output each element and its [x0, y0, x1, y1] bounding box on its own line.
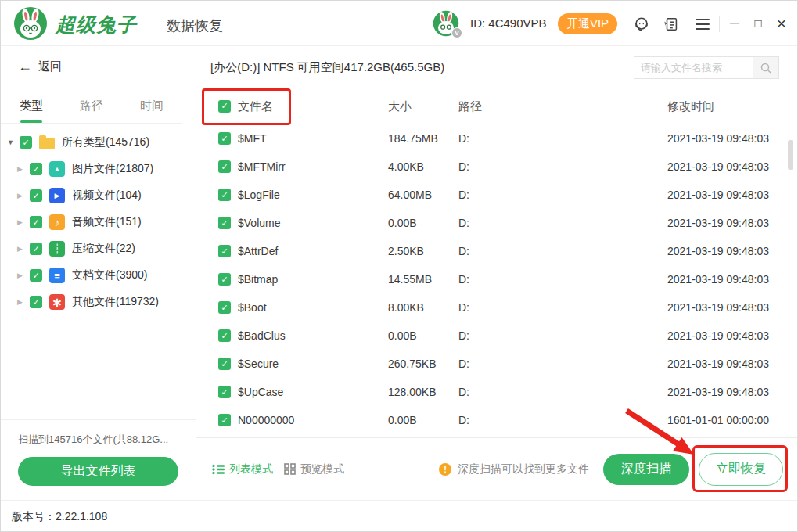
- filetype-icon: [49, 188, 65, 203]
- file-size: 184.75MB: [388, 132, 438, 145]
- tree-item[interactable]: ▶ 视频文件(104): [1, 182, 196, 209]
- list-mode-icon: [212, 464, 225, 475]
- column-header-filename[interactable]: 文件名: [238, 99, 273, 113]
- tree-checkbox[interactable]: [30, 269, 42, 282]
- tree-item[interactable]: ▶ 压缩文件(22): [1, 235, 196, 262]
- table-row[interactable]: $LogFile 64.00MB D: 2021-03-19 09:48:03: [196, 181, 798, 209]
- sidebar-tab[interactable]: 类型: [15, 88, 48, 123]
- search-button[interactable]: [753, 57, 778, 78]
- deep-scan-button[interactable]: 深度扫描: [603, 454, 689, 485]
- file-name: $BadClus: [238, 329, 286, 342]
- table-row[interactable]: $Volume 0.00B D: 2021-03-19 09:48:03: [196, 209, 798, 237]
- row-checkbox[interactable]: [218, 301, 231, 314]
- minimize-button[interactable]: ─: [724, 1, 745, 46]
- row-checkbox[interactable]: [218, 386, 231, 398]
- tree-checkbox[interactable]: [30, 163, 42, 175]
- recover-now-button[interactable]: 立即恢复: [699, 453, 783, 486]
- row-checkbox[interactable]: [218, 329, 231, 342]
- column-header-size[interactable]: 大小: [388, 99, 412, 113]
- file-path: D:: [458, 189, 469, 201]
- expander-icon[interactable]: ▼: [7, 138, 20, 146]
- file-modified-time: 2021-03-19 09:48:03: [667, 358, 769, 370]
- tree-item[interactable]: ▼ 所有类型(145716): [1, 129, 196, 156]
- table-row[interactable]: $BadClus 0.00B D: 2021-03-19 09:48:03: [196, 322, 798, 350]
- tree-item[interactable]: ▶ 图片文件(21807): [1, 156, 196, 182]
- user-avatar[interactable]: V: [433, 10, 461, 37]
- sidebar-tab[interactable]: 时间: [135, 88, 168, 123]
- tree-item[interactable]: ▶ 其他文件(119732): [1, 289, 196, 315]
- tree-item[interactable]: ▶ 音频文件(151): [1, 209, 196, 235]
- table-row[interactable]: N00000000 0.00B D: 1601-01-01 00:00:00: [196, 406, 798, 434]
- row-checkbox[interactable]: [218, 132, 231, 145]
- filetype-icon: [49, 268, 65, 283]
- version-label: 版本号：2.22.1.108: [12, 510, 107, 524]
- file-size: 0.00B: [388, 414, 417, 426]
- tree-checkbox[interactable]: [30, 189, 42, 202]
- table-row[interactable]: $UpCase 128.00KB D: 2021-03-19 09:48:03: [196, 378, 798, 406]
- row-checkbox[interactable]: [218, 245, 231, 257]
- customer-service-icon[interactable]: [631, 15, 652, 34]
- row-checkbox[interactable]: [218, 160, 231, 173]
- file-modified-time: 2021-03-19 09:48:03: [667, 329, 769, 342]
- file-size: 260.75KB: [388, 358, 437, 370]
- user-id: ID: 4C490VPB: [470, 1, 547, 46]
- list-mode-toggle[interactable]: 列表模式: [212, 462, 273, 476]
- row-checkbox[interactable]: [218, 217, 231, 229]
- tree-item[interactable]: ▶ 文档文件(3900): [1, 262, 196, 289]
- expander-icon[interactable]: ▶: [17, 218, 30, 226]
- expander-icon[interactable]: ▶: [17, 298, 30, 306]
- menu-hamburger-icon[interactable]: [692, 15, 713, 34]
- file-size: 14.55MB: [388, 273, 432, 286]
- tree-checkbox[interactable]: [20, 136, 32, 149]
- hint-text: 深度扫描可以找到更多文件: [458, 462, 589, 476]
- file-modified-time: 2021-03-19 09:48:03: [667, 245, 769, 257]
- vip-level-badge: V: [451, 27, 462, 38]
- maximize-button[interactable]: □: [748, 1, 768, 46]
- file-modified-time: 2021-03-19 09:48:03: [667, 386, 769, 398]
- back-button[interactable]: ← 返回: [1, 46, 196, 88]
- expander-icon[interactable]: ▶: [17, 165, 30, 173]
- expander-icon[interactable]: ▶: [17, 271, 30, 279]
- file-modified-time: 2021-03-19 09:48:03: [667, 189, 769, 201]
- table-row[interactable]: $Boot 8.00KB D: 2021-03-19 09:48:03: [196, 293, 798, 322]
- row-checkbox[interactable]: [218, 358, 231, 370]
- close-button[interactable]: ×: [771, 1, 792, 46]
- file-path: D:: [458, 329, 469, 342]
- row-checkbox[interactable]: [218, 189, 231, 201]
- app-logo-rabbit-icon: [13, 6, 48, 41]
- table-row[interactable]: $MFTMirr 4.00KB D: 2021-03-19 09:48:03: [196, 153, 798, 181]
- column-header-modified[interactable]: 修改时间: [667, 99, 714, 113]
- row-checkbox[interactable]: [218, 414, 231, 426]
- tree-checkbox[interactable]: [30, 243, 42, 255]
- vertical-scrollbar[interactable]: [788, 140, 793, 170]
- file-name: $MFTMirr: [238, 160, 286, 173]
- file-path: D:: [458, 358, 469, 370]
- preview-mode-toggle[interactable]: 预览模式: [284, 462, 344, 476]
- tree-checkbox[interactable]: [30, 296, 42, 308]
- file-table-body: $MFT 184.75MB D: 2021-03-19 09:48:03 $MF…: [196, 124, 798, 434]
- table-row[interactable]: $AttrDef 2.50KB D: 2021-03-19 09:48:03: [196, 237, 798, 265]
- column-header-path[interactable]: 路径: [458, 99, 482, 113]
- expander-icon[interactable]: ▶: [17, 192, 30, 200]
- filetype-icon: [49, 214, 65, 230]
- row-checkbox[interactable]: [218, 273, 231, 286]
- open-vip-button[interactable]: 开通VIP: [558, 13, 617, 34]
- filetype-tree: ▼ 所有类型(145716) ▶ 图片文件(21807) ▶ 视频文: [1, 124, 196, 315]
- drive-info-bar: [办公(D:)] NTFS 可用空间417.2GB(465.5GB): [196, 46, 798, 88]
- file-name: $AttrDef: [238, 245, 278, 257]
- main-content: [办公(D:)] NTFS 可用空间417.2GB(465.5GB) 文件名 大…: [196, 46, 798, 500]
- table-row[interactable]: $Bitmap 14.55MB D: 2021-03-19 09:48:03: [196, 265, 798, 293]
- select-all-checkbox[interactable]: [218, 100, 231, 113]
- feedback-icon[interactable]: [661, 15, 681, 34]
- file-size: 4.00KB: [388, 160, 424, 173]
- table-row[interactable]: $MFT 184.75MB D: 2021-03-19 09:48:03: [196, 124, 798, 153]
- expander-icon[interactable]: ▶: [17, 245, 30, 253]
- filetype-icon: [39, 138, 55, 149]
- sidebar-tab[interactable]: 路径: [75, 88, 108, 123]
- table-row[interactable]: $Secure 260.75KB D: 2021-03-19 09:48:03: [196, 350, 798, 378]
- search-input[interactable]: [634, 57, 753, 78]
- deep-scan-hint: ! 深度扫描可以找到更多文件: [439, 462, 589, 476]
- export-file-list-button[interactable]: 导出文件列表: [18, 457, 178, 486]
- tree-checkbox[interactable]: [30, 216, 42, 228]
- tree-item-label: 文档文件(3900): [72, 268, 147, 282]
